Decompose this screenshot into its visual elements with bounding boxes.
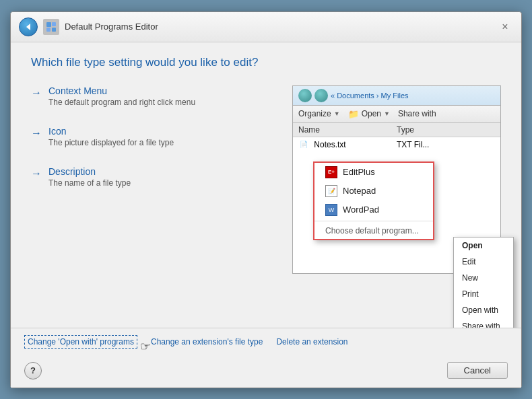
options-area: → Context Menu The default program and r… <box>31 85 501 274</box>
ctx-editplus[interactable]: E+ EditPlus <box>314 163 433 182</box>
ctx-notepad[interactable]: 📝 Notepad <box>314 182 433 201</box>
breadcrumb-text: « Documents › My Files <box>331 92 409 100</box>
context-menu-overlay: E+ EditPlus 📝 Notepad W WordPad Choose <box>313 161 434 240</box>
right-edit[interactable]: Edit <box>454 254 513 270</box>
file-toolbar: Organize ▼ 📁 Open ▼ Share with <box>293 106 500 123</box>
svg-rect-4 <box>52 28 56 32</box>
ctx-wordpad[interactable]: W WordPad <box>314 201 433 219</box>
context-menu-link[interactable]: Context Menu <box>48 85 195 96</box>
col-name: Name <box>298 125 397 135</box>
open-btn[interactable]: 📁 Open ▼ <box>348 109 390 119</box>
option-text-desc: Description The name of a file type <box>48 166 131 188</box>
option-text-context: Context Menu The default program and rig… <box>48 85 195 107</box>
option-description: → Description The name of a file type <box>31 166 279 188</box>
arrow-icon-desc: → <box>31 168 42 180</box>
delete-extension-link[interactable]: Delete an extension <box>276 337 347 347</box>
context-menu: E+ EditPlus 📝 Notepad W WordPad Choose <box>313 161 434 240</box>
description-desc: The name of a file type <box>48 178 131 188</box>
content-area: Which file type setting would you like t… <box>11 42 521 328</box>
organize-btn[interactable]: Organize ▼ <box>298 109 340 118</box>
ctx-separator <box>314 221 433 221</box>
screenshot-preview: « Documents › My Files Organize ▼ 📁 Open… <box>292 85 501 274</box>
page-question: Which file type setting would you like t… <box>31 56 501 69</box>
open-chevron: ▼ <box>384 110 390 117</box>
nav-circle-1 <box>298 89 312 102</box>
links-row: Change 'Open with' programs ☞ Change an … <box>24 335 508 349</box>
cancel-button[interactable]: Cancel <box>447 362 508 379</box>
footer: ? Cancel <box>11 357 521 388</box>
right-share-with[interactable]: Share with <box>454 318 513 328</box>
titlebar-left: Default Programs Editor <box>19 17 158 36</box>
svg-rect-1 <box>46 22 51 27</box>
folder-icon: 📁 <box>348 109 359 119</box>
col-type: Type <box>397 125 495 135</box>
screenshot-breadcrumb: « Documents › My Files <box>293 86 500 106</box>
app-icon <box>43 19 59 35</box>
change-open-with-link[interactable]: Change 'Open with' programs <box>24 335 137 349</box>
file-type: TXT Fil... <box>397 140 495 149</box>
icon-link[interactable]: Icon <box>48 126 174 137</box>
window-title: Default Programs Editor <box>65 22 158 32</box>
file-icon: 📄 <box>298 139 309 150</box>
icon-desc: The picture displayed for a file type <box>48 138 174 147</box>
arrow-icon-context: → <box>31 87 42 99</box>
left-options: → Context Menu The default program and r… <box>31 85 279 274</box>
file-row: 📄 Notes.txt TXT Fil... <box>293 137 500 152</box>
hand-cursor-icon: ☞ <box>140 339 151 354</box>
nav-circles <box>298 89 328 102</box>
description-link[interactable]: Description <box>48 166 131 177</box>
arrow-icon-icon: → <box>31 127 42 139</box>
right-open[interactable]: Open <box>454 238 513 254</box>
option-context-menu: → Context Menu The default program and r… <box>31 85 279 107</box>
right-open-with[interactable]: Open with <box>454 302 513 318</box>
option-text-icon: Icon The picture displayed for a file ty… <box>48 126 174 147</box>
titlebar: Default Programs Editor × <box>11 12 521 42</box>
editplus-icon: E+ <box>325 166 337 178</box>
ctx-choose-default[interactable]: Choose default program... <box>314 223 433 239</box>
close-button[interactable]: × <box>497 19 513 35</box>
svg-rect-2 <box>52 22 56 26</box>
right-context-menu: Open Edit New Print Open with Share with <box>453 237 514 328</box>
organize-chevron: ▼ <box>334 110 340 117</box>
right-new[interactable]: New <box>454 270 513 286</box>
option-icon: → Icon The picture displayed for a file … <box>31 126 279 147</box>
nav-circle-2 <box>314 89 328 102</box>
change-extension-link[interactable]: Change an extension's file type <box>151 337 263 347</box>
file-list-header: Name Type <box>293 123 500 137</box>
svg-marker-0 <box>26 24 30 30</box>
right-print[interactable]: Print <box>454 286 513 302</box>
back-button[interactable] <box>19 17 38 36</box>
wordpad-icon: W <box>325 204 337 216</box>
notepad-icon: 📝 <box>325 185 337 197</box>
bottom-bar: Change 'Open with' programs ☞ Change an … <box>11 328 521 357</box>
svg-rect-3 <box>46 28 51 32</box>
main-window: Default Programs Editor × Which file typ… <box>10 11 522 388</box>
file-name: 📄 Notes.txt <box>298 139 397 150</box>
help-button[interactable]: ? <box>24 362 42 379</box>
share-btn[interactable]: Share with <box>398 109 436 118</box>
context-menu-desc: The default program and right click menu <box>48 98 195 107</box>
